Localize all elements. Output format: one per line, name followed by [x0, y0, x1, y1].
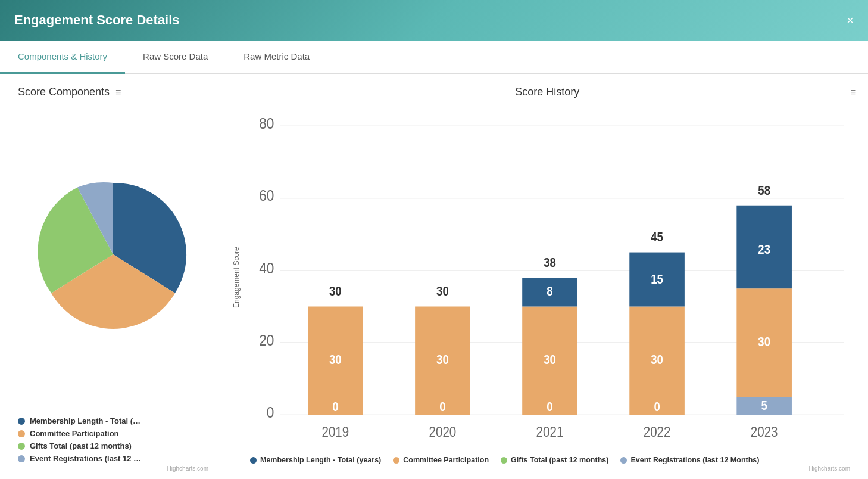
svg-text:30: 30 [651, 353, 663, 367]
svg-text:0: 0 [654, 400, 660, 414]
bar-legend-dot-events [620, 457, 627, 464]
legend-dot-membership [18, 418, 25, 425]
bar-chart-inner: Engagement Score [232, 104, 856, 451]
svg-text:38: 38 [544, 255, 556, 269]
svg-text:30: 30 [544, 353, 556, 367]
y-axis-label: Engagement Score [232, 104, 241, 451]
score-components-menu-icon[interactable]: ≡ [115, 87, 121, 98]
bar-chart-svg: 80 60 40 20 0 [243, 104, 856, 451]
main-content: Score Components ≡ [0, 74, 868, 478]
svg-text:30: 30 [436, 284, 449, 298]
bar-legend-item-committee: Committee Participation [393, 456, 489, 464]
legend-item-membership: Membership Length - Total (… [18, 416, 214, 425]
chart-plot: 80 60 40 20 0 [243, 104, 856, 451]
pie-legend: Membership Length - Total (… Committee P… [12, 410, 214, 463]
svg-text:0: 0 [267, 404, 274, 421]
bar-legend-dot-membership [250, 457, 257, 464]
legend-label-membership: Membership Length - Total (… [30, 416, 140, 425]
legend-label-events: Event Registrations (last 12 … [30, 454, 141, 463]
tab-raw-metric-data[interactable]: Raw Metric Data [226, 41, 327, 74]
svg-text:2022: 2022 [644, 424, 671, 440]
score-history-title-row: Score History ≡ [232, 86, 856, 98]
header: Engagement Score Details × [0, 0, 868, 41]
left-panel: Score Components ≡ [12, 86, 214, 472]
bar-legend-dot-gifts [501, 457, 507, 464]
svg-text:20: 20 [259, 331, 274, 349]
bar-chart-legend: Membership Length - Total (years) Commit… [232, 451, 856, 464]
svg-text:58: 58 [758, 183, 770, 197]
bar-legend-item-events: Event Registrations (last 12 Months) [620, 456, 759, 464]
score-components-title: Score Components [18, 86, 110, 98]
legend-item-gifts: Gifts Total (past 12 months) [18, 441, 214, 450]
pie-chart-container [12, 98, 214, 410]
svg-text:30: 30 [329, 353, 342, 367]
svg-text:2020: 2020 [429, 424, 457, 440]
pie-chart-credit: Highcharts.com [12, 465, 214, 472]
bar-legend-item-gifts: Gifts Total (past 12 months) [501, 456, 608, 464]
right-panel: Score History ≡ Engagement Score [214, 86, 862, 472]
legend-label-gifts: Gifts Total (past 12 months) [30, 441, 132, 450]
svg-text:23: 23 [758, 242, 770, 257]
bar-legend-label-events: Event Registrations (last 12 Months) [630, 456, 759, 464]
svg-text:30: 30 [329, 284, 342, 298]
tabs-bar: Components & History Raw Score Data Raw … [0, 41, 868, 74]
svg-text:80: 80 [259, 115, 274, 132]
page-title: Engagement Score Details [14, 13, 180, 28]
svg-text:2023: 2023 [751, 424, 778, 440]
legend-dot-committee [18, 430, 25, 437]
legend-item-events: Event Registrations (last 12 … [18, 454, 214, 463]
svg-text:8: 8 [547, 284, 552, 298]
legend-item-committee: Committee Participation [18, 429, 214, 438]
svg-text:30: 30 [758, 335, 770, 349]
score-history-title: Score History [515, 86, 579, 98]
svg-text:2019: 2019 [321, 424, 349, 440]
pie-chart [36, 177, 191, 332]
bar-legend-item-membership: Membership Length - Total (years) [250, 456, 381, 464]
svg-text:2021: 2021 [536, 424, 564, 440]
bar-legend-label-membership: Membership Length - Total (years) [260, 456, 381, 464]
svg-text:0: 0 [547, 400, 552, 414]
svg-text:0: 0 [439, 400, 445, 414]
tab-raw-score-data[interactable]: Raw Score Data [125, 41, 226, 74]
svg-text:30: 30 [436, 353, 449, 367]
legend-label-committee: Committee Participation [30, 429, 119, 438]
svg-text:60: 60 [259, 187, 274, 204]
svg-text:15: 15 [651, 272, 663, 286]
legend-dot-events [18, 455, 25, 462]
svg-text:45: 45 [651, 230, 663, 244]
legend-dot-gifts [18, 443, 25, 450]
bar-chart-credit: Highcharts.com [232, 465, 856, 472]
bar-legend-label-gifts: Gifts Total (past 12 months) [511, 456, 608, 464]
bar-legend-dot-committee [393, 457, 399, 464]
bar-legend-label-committee: Committee Participation [403, 456, 489, 464]
close-button[interactable]: × [847, 14, 854, 26]
svg-text:40: 40 [259, 259, 274, 276]
svg-text:5: 5 [761, 398, 767, 412]
score-components-title-row: Score Components ≡ [12, 86, 214, 98]
tab-components-history[interactable]: Components & History [0, 41, 125, 74]
score-history-menu-icon[interactable]: ≡ [851, 87, 856, 98]
svg-text:0: 0 [332, 400, 338, 414]
bar-chart-area: Engagement Score [232, 104, 856, 472]
